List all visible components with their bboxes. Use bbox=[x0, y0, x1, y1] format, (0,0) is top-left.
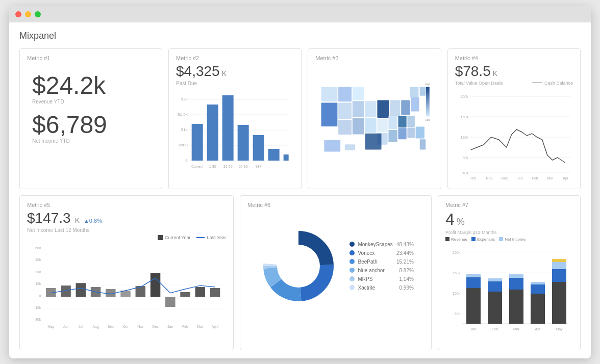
svg-rect-33 bbox=[402, 100, 410, 115]
legend-current-year: Current Year bbox=[158, 235, 191, 240]
label-monkeyscapes: MonkeyScapes bbox=[358, 242, 392, 247]
svg-rect-12 bbox=[222, 95, 234, 161]
metric2-label: Metric #2 bbox=[176, 55, 294, 61]
svg-text:50k: 50k bbox=[455, 312, 461, 316]
metric-card-3: Metric #3 bbox=[308, 48, 441, 189]
svg-text:Dec: Dec bbox=[152, 325, 159, 328]
metrics-top-row: Metric #1 $24.2k Revenue YTD $6,789 Net … bbox=[19, 48, 581, 189]
dot-expenses bbox=[471, 237, 476, 241]
metric4-svg: 200k 160k 120k 80k 40k Oct Nov bbox=[455, 89, 573, 180]
svg-rect-32 bbox=[390, 100, 401, 116]
metric4-label: Metric #4 bbox=[455, 55, 573, 61]
metric7-suffix: % bbox=[457, 217, 465, 227]
pct-xactrite: 0.99% bbox=[396, 285, 414, 291]
metric-card-4: Metric #4 $78.5 K Total Value Open Deals… bbox=[447, 48, 581, 189]
svg-rect-132 bbox=[531, 294, 545, 324]
svg-rect-37 bbox=[353, 118, 364, 134]
svg-rect-31 bbox=[378, 100, 389, 118]
legend-mrps: MRPS 1.14% bbox=[349, 276, 413, 282]
metric-card-6: Metric #6 bbox=[240, 195, 432, 350]
donut-svg bbox=[258, 225, 339, 307]
svg-text:Dec: Dec bbox=[501, 176, 508, 180]
svg-rect-26 bbox=[410, 87, 418, 97]
svg-rect-29 bbox=[353, 101, 364, 117]
metric7-svg: 200k 150k 100k 50k bbox=[445, 245, 573, 342]
svg-text:Jul: Jul bbox=[79, 325, 83, 328]
svg-rect-126 bbox=[488, 292, 502, 324]
svg-text:200k: 200k bbox=[453, 251, 461, 254]
label-revenue: Revenue bbox=[451, 237, 467, 242]
metric7-label: Metric #7 bbox=[445, 202, 573, 208]
svg-rect-123 bbox=[466, 288, 481, 324]
svg-text:May: May bbox=[47, 325, 54, 329]
svg-rect-52 bbox=[426, 87, 430, 116]
app-window: Mixpanel Metric #1 $24.2k Revenue YTD $6… bbox=[9, 6, 591, 358]
svg-rect-127 bbox=[488, 281, 502, 292]
svg-text:45k: 45k bbox=[35, 258, 41, 262]
metric7-sublabel: Profit Margin p12 Months bbox=[445, 230, 573, 235]
legend-beepath: BeePath 15.21% bbox=[349, 259, 413, 265]
svg-rect-13 bbox=[238, 125, 249, 161]
metric1-row1: $24.2k Revenue YTD bbox=[32, 73, 149, 105]
svg-text:Nov: Nov bbox=[137, 325, 144, 328]
svg-text:1-30: 1-30 bbox=[209, 165, 216, 168]
svg-text:$500: $500 bbox=[179, 143, 188, 147]
legend-blue-anchor: blue anchor 8.82% bbox=[349, 268, 413, 273]
svg-rect-128 bbox=[488, 278, 502, 281]
metric7-legend: Revenue Expenses Net Income bbox=[445, 237, 573, 242]
svg-text:31-60: 31-60 bbox=[223, 165, 233, 168]
svg-text:April: April bbox=[212, 325, 219, 329]
svg-rect-16 bbox=[284, 154, 289, 161]
svg-rect-91 bbox=[165, 297, 176, 307]
svg-rect-135 bbox=[552, 282, 566, 324]
titlebar bbox=[9, 6, 591, 22]
svg-rect-34 bbox=[411, 97, 419, 111]
legend-revenue: Revenue bbox=[445, 237, 467, 242]
dot-vonecx bbox=[349, 250, 355, 255]
svg-text:High: High bbox=[426, 83, 431, 86]
dot-beepath bbox=[349, 259, 355, 264]
metrics-bottom-row: Metric #5 $147.3 K ▲0.8% Net Income Last… bbox=[19, 195, 581, 350]
svg-text:0: 0 bbox=[185, 158, 188, 163]
svg-rect-40 bbox=[389, 116, 397, 129]
dot-blue-anchor bbox=[349, 268, 355, 273]
svg-text:120k: 120k bbox=[460, 136, 468, 139]
minimize-button[interactable] bbox=[25, 11, 31, 17]
svg-rect-124 bbox=[466, 277, 481, 288]
svg-rect-36 bbox=[338, 120, 352, 135]
svg-text:Apr: Apr bbox=[563, 176, 569, 180]
svg-text:Nov: Nov bbox=[486, 176, 492, 180]
metric1-value2: $6,789 bbox=[32, 113, 149, 137]
metric1-sublabel1: Revenue YTD bbox=[32, 99, 149, 105]
pct-mrps: 1.14% bbox=[396, 276, 414, 282]
app-content: Mixpanel Metric #1 $24.2k Revenue YTD $6… bbox=[9, 22, 591, 358]
label-expenses: Expenses bbox=[477, 237, 495, 242]
legend-last-year-label: Last Year bbox=[207, 235, 226, 240]
dot-mrps bbox=[349, 276, 355, 281]
svg-rect-30 bbox=[365, 101, 377, 117]
metric6-body: MonkeyScapes 48.43% Vonecx 23.44% BeePat… bbox=[247, 210, 424, 322]
svg-rect-38 bbox=[365, 118, 377, 133]
svg-rect-44 bbox=[389, 129, 397, 142]
svg-text:Feb: Feb bbox=[532, 176, 538, 180]
svg-text:60k: 60k bbox=[35, 246, 41, 249]
svg-rect-14 bbox=[253, 135, 264, 161]
svg-rect-35 bbox=[321, 102, 338, 126]
svg-rect-42 bbox=[408, 116, 415, 127]
svg-text:150k: 150k bbox=[453, 271, 461, 275]
svg-rect-25 bbox=[353, 87, 364, 100]
metric5-svg: 60k 45k 30k 15k 0 -15k -30k bbox=[27, 242, 226, 334]
close-button[interactable] bbox=[15, 11, 21, 17]
label-xactrite: Xactrite bbox=[358, 285, 375, 291]
metric2-chart: $2k $1.5k $1k $500 0 bbox=[176, 90, 294, 172]
svg-rect-28 bbox=[338, 102, 352, 119]
dot-net-income bbox=[499, 237, 503, 241]
svg-rect-93 bbox=[195, 287, 206, 297]
svg-rect-50 bbox=[324, 140, 341, 151]
svg-text:40k: 40k bbox=[462, 171, 468, 175]
metric-card-7: Metric #7 4 % Profit Margin p12 Months R… bbox=[438, 195, 581, 350]
svg-text:-15k: -15k bbox=[34, 305, 41, 309]
svg-rect-138 bbox=[552, 259, 566, 262]
maximize-button[interactable] bbox=[35, 11, 41, 17]
svg-rect-45 bbox=[398, 128, 407, 139]
